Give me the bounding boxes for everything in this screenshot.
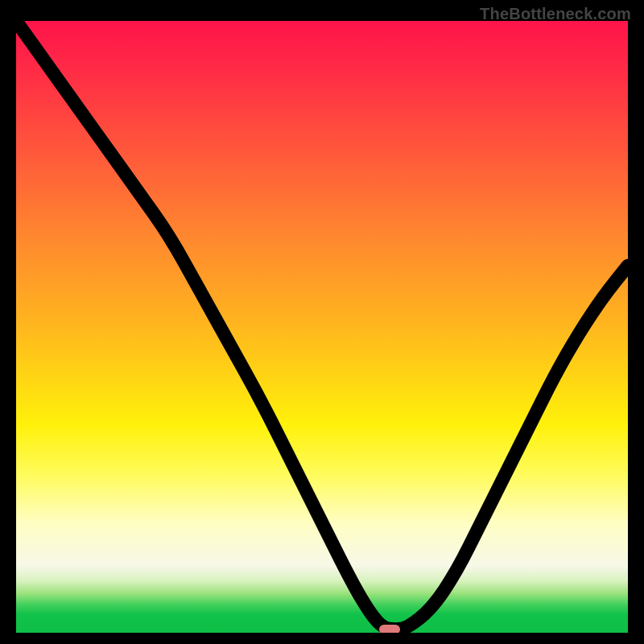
plot-area bbox=[16, 21, 628, 633]
curve-path bbox=[16, 21, 628, 630]
watermark-text: TheBottleneck.com bbox=[480, 5, 631, 23]
chart-frame: TheBottleneck.com bbox=[0, 0, 644, 644]
optimal-marker bbox=[379, 625, 400, 633]
bottleneck-curve bbox=[16, 21, 628, 633]
